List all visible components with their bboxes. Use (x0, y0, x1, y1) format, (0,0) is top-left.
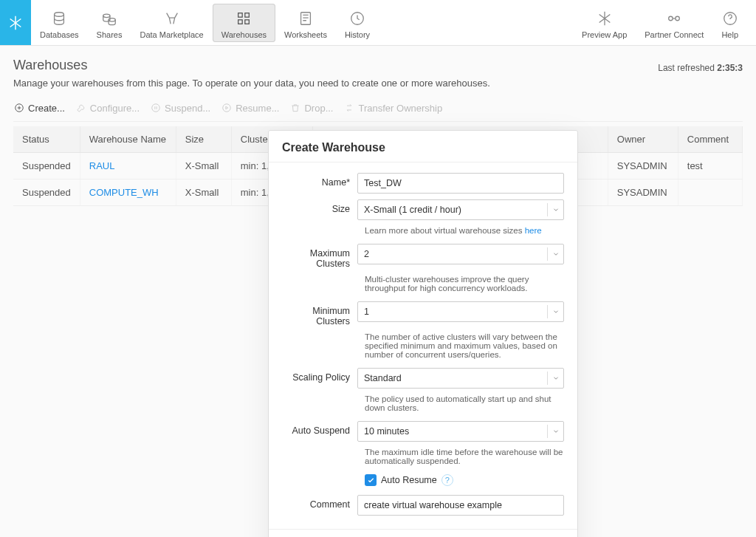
toolbar: Create... Configure... Suspend... Resume… (13, 102, 743, 122)
nav-label: Shares (97, 30, 123, 39)
cell-name: COMPUTE_WH (80, 179, 176, 206)
top-nav: Databases Shares Data Marketplace Wareho… (0, 0, 756, 46)
cell-status: Suspended (13, 153, 80, 179)
svg-point-10 (676, 16, 680, 21)
nav-worksheets[interactable]: Worksheets (275, 4, 336, 42)
label-autosuspend: Auto Suspend (282, 421, 357, 442)
chevron-down-icon (547, 425, 563, 438)
nav-label: Databases (40, 30, 79, 39)
help-icon (722, 8, 738, 29)
cell-owner: SYSADMIN (608, 179, 678, 206)
plus-icon (13, 102, 25, 114)
transfer-icon (343, 102, 355, 114)
marketplace-icon (164, 8, 180, 29)
nav-history[interactable]: History (336, 4, 379, 42)
cell-size: X-Small (176, 153, 231, 179)
label-policy: Scaling Policy (282, 368, 357, 389)
nav-label: Help (721, 30, 738, 39)
nav-marketplace[interactable]: Data Marketplace (131, 4, 212, 42)
create-warehouse-modal: Create Warehouse Name Size X-Small (1 cr… (268, 130, 578, 537)
configure-button: Configure... (75, 102, 140, 114)
svg-point-13 (152, 104, 160, 112)
pause-icon (150, 102, 162, 114)
wrench-icon (75, 102, 87, 114)
page-title: Warehouses (13, 58, 87, 73)
partner-icon (666, 8, 682, 29)
nav-databases[interactable]: Databases (31, 4, 88, 42)
label-minclusters: Minimum Clusters (282, 301, 357, 326)
col-name[interactable]: Warehouse Name (80, 126, 176, 153)
play-icon (221, 102, 233, 114)
svg-rect-7 (301, 12, 311, 24)
auto-resume-checkbox[interactable] (365, 474, 377, 486)
history-icon (349, 8, 365, 29)
databases-icon (51, 8, 67, 29)
nav-warehouses[interactable]: Warehouses (213, 4, 275, 42)
col-owner[interactable]: Owner (608, 126, 678, 153)
help-size: Learn more about virtual warehouse sizes… (365, 226, 564, 235)
label-name: Name (282, 173, 357, 194)
comment-input[interactable] (357, 495, 564, 516)
nav-help[interactable]: Help (712, 4, 747, 42)
col-status[interactable]: Status (13, 126, 80, 153)
svg-point-1 (103, 14, 110, 17)
nav-label: Partner Connect (645, 30, 704, 39)
snowflake-icon (7, 15, 24, 31)
preview-icon (597, 8, 613, 29)
min-clusters-select[interactable]: 1 (357, 301, 564, 322)
chevron-down-icon (547, 203, 563, 216)
col-comment[interactable]: Comment (678, 126, 742, 153)
cell-owner: SYSADMIN (608, 153, 678, 179)
help-policy: The policy used to automatically start u… (365, 394, 564, 412)
cell-comment (678, 179, 742, 206)
warehouse-link[interactable]: RAUL (89, 160, 115, 171)
brand-logo[interactable] (0, 0, 31, 45)
svg-rect-5 (238, 19, 243, 24)
chevron-down-icon (547, 247, 563, 261)
size-help-link[interactable]: here (525, 226, 542, 235)
nav-label: Preview App (582, 30, 627, 39)
label-maxclusters: Maximum Clusters (282, 244, 357, 269)
nav-label: Worksheets (284, 30, 327, 39)
nav-partner-connect[interactable]: Partner Connect (636, 4, 712, 42)
col-size[interactable]: Size (176, 126, 231, 153)
max-clusters-select[interactable]: 2 (357, 244, 564, 264)
svg-point-14 (223, 104, 231, 112)
help-minclusters: The number of active clusters will vary … (365, 332, 564, 359)
check-icon (367, 476, 375, 485)
auto-suspend-select[interactable]: 10 minutes (357, 421, 564, 442)
svg-rect-4 (245, 13, 250, 17)
label-size: Size (282, 199, 357, 220)
resume-button: Resume... (221, 102, 279, 114)
svg-rect-3 (238, 13, 243, 17)
cell-size: X-Small (176, 179, 231, 206)
create-button[interactable]: Create... (13, 102, 65, 114)
name-input[interactable] (357, 173, 564, 194)
cell-comment: test (678, 153, 742, 179)
cell-status: Suspended (13, 179, 80, 206)
svg-point-0 (55, 12, 64, 16)
modal-title: Create Warehouse (269, 131, 577, 163)
auto-resume-help-icon[interactable]: ? (441, 474, 453, 486)
nav-label: History (345, 30, 370, 39)
svg-rect-6 (245, 19, 250, 24)
svg-point-9 (669, 16, 673, 21)
cell-name: RAUL (80, 153, 176, 179)
scaling-policy-select[interactable]: Standard (357, 368, 564, 389)
warehouses-icon (236, 8, 252, 29)
nav-label: Warehouses (221, 30, 267, 39)
nav-preview-app[interactable]: Preview App (573, 4, 636, 42)
shares-icon (101, 8, 117, 29)
label-comment: Comment (282, 495, 357, 516)
nav-shares[interactable]: Shares (88, 4, 131, 42)
page-description: Manage your warehouses from this page. T… (13, 78, 743, 89)
last-refreshed: Last refreshed 2:35:3 (658, 63, 743, 73)
worksheets-icon (298, 8, 314, 29)
help-autosuspend: The maximum idle time before the warehou… (365, 448, 564, 465)
transfer-ownership-button: Transfer Ownership (343, 102, 442, 114)
warehouse-link[interactable]: COMPUTE_WH (89, 187, 159, 198)
nav-label: Data Marketplace (140, 30, 203, 39)
auto-resume-label: Auto Resume (381, 475, 437, 485)
suspend-button: Suspend... (150, 102, 210, 114)
size-select[interactable]: X-Small (1 credit / hour) (357, 199, 564, 220)
